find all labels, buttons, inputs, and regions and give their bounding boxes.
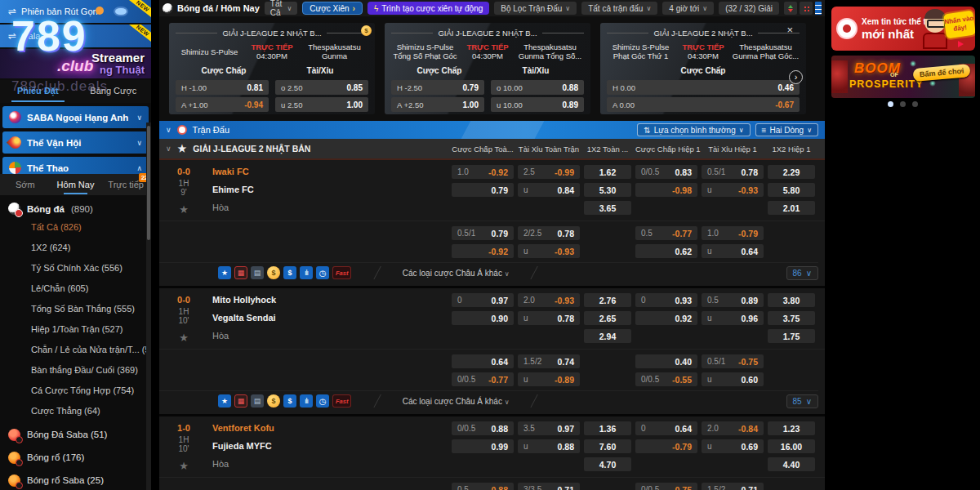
sidebar-market-item[interactable]: Cá Cược Tổng Hợp (754) [0, 381, 151, 401]
league-select[interactable]: Tất Cả∨ [265, 2, 297, 15]
odds-cell[interactable]: 2.01 [768, 201, 815, 215]
odds-cell[interactable]: 0.40 [635, 354, 697, 368]
odds-cell[interactable]: 0/0.5-0.77 [452, 372, 514, 386]
sidebar-market-item[interactable]: Tất Cả (826) [0, 217, 151, 238]
fast-market-icon[interactable]: Fast [332, 394, 351, 408]
odds-cell[interactable]: H -1.000.81 [176, 80, 269, 95]
odds-cell[interactable]: u0.64 [702, 244, 764, 258]
sidebar-market-item[interactable]: Hiệp 1/Toàn Trận (527) [0, 319, 151, 340]
home-team-name[interactable]: Mito Hollyhock [212, 293, 448, 307]
home-team-name[interactable]: Iwaki FC [212, 165, 448, 179]
coin-icon[interactable]: $ [267, 266, 280, 279]
odds-cell[interactable]: 3.75 [768, 311, 815, 325]
sidebar-sport-item[interactable]: Bóng rổ (176) [0, 446, 151, 469]
odds-cell[interactable]: 00.64 [635, 421, 697, 435]
odds-cell[interactable]: H 0.000.46 [607, 80, 800, 95]
odds-cell[interactable]: u-0.93 [518, 244, 580, 258]
odds-cell[interactable]: 0.5/10.78 [702, 165, 764, 179]
odds-cell[interactable]: H -2.500.79 [391, 80, 484, 95]
odds-cell[interactable]: 0.92 [635, 311, 697, 325]
odds-cell[interactable]: 4.40 [768, 457, 815, 471]
odds-cell[interactable]: 1.0-0.79 [702, 226, 764, 240]
sort-odds-button[interactable] [784, 2, 797, 15]
odds-cell[interactable]: 4.70 [584, 457, 631, 471]
history-clock-icon[interactable]: ◷ [316, 394, 329, 408]
filter-button[interactable]: Tất cả trận đấu∨ [581, 2, 657, 15]
odds-cell[interactable]: 0/0.5-0.55 [635, 372, 697, 386]
sidebar-banner-compact-version[interactable]: ⇌ Phiên bản Rút Gọn NEW [0, 0, 151, 23]
odds-cell[interactable]: 0.64 [452, 354, 514, 368]
favorite-star-icon[interactable]: ★ [179, 460, 189, 472]
bet-slip-icon[interactable]: ▤ [251, 394, 264, 408]
odds-cell[interactable]: 1.5/20.74 [518, 354, 580, 368]
time-tab-hôm-nay[interactable]: Hôm Nay [51, 175, 101, 194]
odds-cell[interactable]: 1.62 [584, 165, 631, 179]
odds-cell[interactable]: 1.0-0.92 [452, 165, 514, 179]
carousel-dot[interactable] [900, 101, 906, 107]
sidebar-market-item[interactable]: Tỷ Số Chính Xác (556) [0, 258, 151, 278]
away-team-name[interactable]: Vegalta Sendai [212, 311, 448, 325]
sidebar-menu-esports[interactable]: Thể Vận Hội∨ [2, 131, 149, 154]
odds-cell[interactable]: 00.93 [635, 293, 697, 307]
league-count-button[interactable]: (32 / 32) Giải [719, 2, 779, 15]
panel-toggle-icon[interactable] [815, 2, 822, 15]
live-stats-icon[interactable]: ▦ [234, 266, 247, 279]
odds-cell[interactable]: 3.50.97 [518, 421, 580, 435]
odds-cell[interactable]: u0.84 [518, 183, 580, 197]
odds-cell[interactable]: u0.96 [702, 311, 764, 325]
odds-cell[interactable]: 0.99 [452, 439, 514, 453]
odds-sort-select[interactable]: ⇅ Lựa chọn bình thường ∨ [637, 123, 750, 136]
odds-cell[interactable]: 0/0.5-0.75 [635, 483, 697, 490]
row-view-select[interactable]: ≡ Hai Dòng ∨ [755, 123, 818, 136]
sidebar-item-football[interactable]: Bóng đá (890) [0, 198, 151, 219]
chart-icon[interactable]: ılı [300, 394, 313, 408]
odds-cell[interactable]: 2.65 [584, 311, 631, 325]
history-clock-icon[interactable]: ◷ [316, 266, 329, 279]
next-arrow-icon[interactable]: › [789, 70, 803, 84]
live-stats-icon[interactable]: ▦ [234, 394, 247, 408]
more-bets-label[interactable]: Các loại cược Châu Á khác ∨ [403, 397, 510, 406]
odds-cell[interactable]: 0.79 [452, 183, 514, 197]
odds-cell[interactable]: 3/3.50.71 [518, 483, 580, 490]
bet-slip-icon[interactable]: ▤ [251, 266, 264, 279]
odds-cell[interactable]: 2.76 [584, 293, 631, 307]
odds-cell[interactable]: 3.65 [584, 201, 631, 215]
odds-cell[interactable]: 2.29 [768, 165, 815, 179]
game-promo-banner[interactable]: BOOM OF PROSPERITY Bấm để chơi [831, 56, 975, 98]
away-team-name[interactable]: Ehime FC [212, 183, 448, 197]
fast-market-icon[interactable]: Fast [332, 266, 351, 279]
odds-cell[interactable]: 0/0.50.83 [635, 165, 697, 179]
odds-cell[interactable]: 0.62 [635, 244, 697, 258]
sidebar-market-item[interactable]: 1X2 (624) [0, 238, 151, 258]
more-bets-label[interactable]: Các loại cược Châu Á khác ∨ [403, 269, 510, 278]
odds-cell[interactable]: u0.88 [518, 439, 580, 453]
odds-cell[interactable]: u0.69 [702, 439, 764, 453]
odds-cell[interactable]: 0.5-0.88 [452, 483, 514, 490]
odds-cell[interactable]: 1.36 [584, 421, 631, 435]
odds-cell[interactable]: A +2.501.00 [391, 97, 484, 112]
parlay-builder-button[interactable]: ϟTrình tạo cược xiên tự động [368, 2, 489, 15]
odds-cell[interactable]: u-0.89 [518, 372, 580, 386]
odds-cell[interactable]: A 0.00-0.67 [607, 97, 800, 112]
odds-cell[interactable]: 16.00 [768, 439, 815, 453]
odds-cell[interactable]: o 2.500.85 [275, 80, 368, 95]
chart-icon[interactable]: ılı [300, 266, 313, 279]
sidebar-banner-gala[interactable]: ⇌ Gala NEW [0, 24, 151, 47]
sidebar-market-item[interactable]: Lẻ/Chẵn (605) [0, 278, 151, 299]
odds-cell[interactable]: 1.75 [768, 329, 815, 343]
odds-cell[interactable]: 0.90 [452, 311, 514, 325]
news-banner[interactable]: Xem tin tức thể thao mới nhất Nhấn vào đ… [831, 7, 975, 51]
parlay-button[interactable]: Cược Xiên› [302, 2, 363, 15]
odds-cell[interactable]: 5.80 [768, 183, 815, 197]
odds-cell[interactable]: A +1.00-0.94 [176, 97, 269, 112]
odds-cell[interactable]: 0.5/10.79 [452, 226, 514, 240]
odds-cell[interactable]: 7.60 [584, 439, 631, 453]
odds-cell[interactable]: 2.0-0.84 [702, 421, 764, 435]
odds-cell[interactable]: u-0.93 [702, 183, 764, 197]
click-here-badge[interactable]: Nhấn vào đây! [943, 11, 975, 39]
favorite-star-icon[interactable]: ★ [178, 143, 187, 154]
odds-cell[interactable]: u 10.000.89 [491, 97, 584, 112]
odds-cell[interactable]: 2/2.50.78 [518, 226, 580, 240]
odds-cell[interactable]: 0/0.50.88 [452, 421, 514, 435]
filter-button[interactable]: 4 giờ tới∨ [662, 2, 714, 15]
